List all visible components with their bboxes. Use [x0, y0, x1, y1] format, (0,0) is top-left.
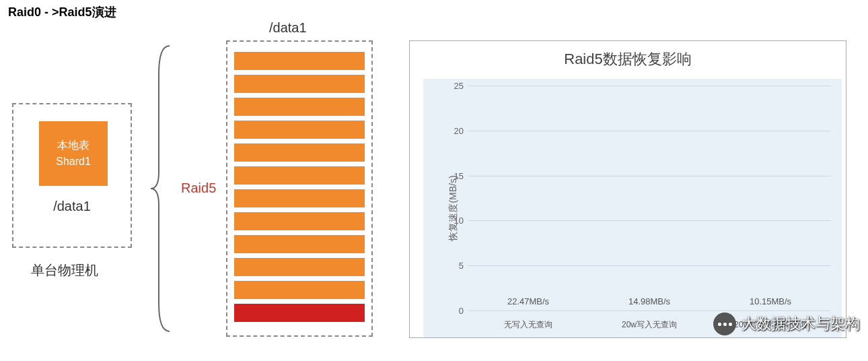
disk-data [234, 75, 365, 93]
disk-data [234, 143, 365, 162]
disk-data [234, 166, 365, 185]
disk-data [234, 258, 365, 276]
watermark-text: 大数据技术与架构 [742, 314, 860, 334]
chart-container: Raid5数据恢复影响 恢复速度(MB/s) 0510152025 22.47M… [409, 40, 846, 338]
bars-group: 22.47MB/s14.98MB/s10.15MB/s [468, 86, 831, 310]
disk-data [234, 98, 365, 116]
y-tick: 10 [445, 216, 464, 226]
data1-top-label: /data1 [269, 20, 307, 36]
wechat-icon [713, 313, 736, 335]
y-tick: 0 [445, 306, 464, 316]
bar-value-label: 22.47MB/s [507, 296, 549, 306]
raid5-label: Raid5 [181, 180, 216, 196]
disk-data [234, 189, 365, 207]
server-box: 本地表 Shard1 /data1 [12, 103, 132, 248]
disk-group [226, 40, 373, 337]
chart-title: Raid5数据恢复影响 [410, 41, 846, 73]
page-title: Raid0 - >Raid5演进 [8, 4, 116, 20]
y-tick: 15 [445, 170, 464, 180]
bar-value-label: 14.98MB/s [628, 296, 670, 306]
shard-line2: Shard1 [56, 154, 91, 170]
y-tick: 20 [445, 125, 464, 135]
chart-plot-area: 恢复速度(MB/s) 0510152025 22.47MB/s14.98MB/s… [423, 79, 842, 337]
x-tick-label: 无写入无查询 [483, 319, 574, 331]
data1-path-label: /data1 [13, 199, 131, 214]
x-tick-label: 20w写入无查询 [604, 319, 695, 331]
disk-data [234, 52, 365, 70]
brace-icon [149, 44, 172, 333]
y-tick: 5 [445, 261, 464, 271]
shard-block: 本地表 Shard1 [39, 121, 108, 186]
gridline [468, 310, 831, 311]
disk-data [234, 121, 365, 139]
watermark: 大数据技术与架构 [713, 313, 860, 335]
disk-parity [234, 304, 365, 322]
y-axis-label: 恢复速度(MB/s) [447, 175, 460, 240]
shard-line1: 本地表 [57, 137, 89, 154]
disk-data [234, 281, 365, 299]
plot-region: 0510152025 22.47MB/s14.98MB/s10.15MB/s [468, 86, 831, 310]
server-caption: 单台物理机 [31, 261, 98, 280]
disk-data [234, 212, 365, 230]
disk-data [234, 235, 365, 253]
y-tick: 25 [445, 81, 464, 91]
bar-value-label: 10.15MB/s [750, 296, 791, 306]
